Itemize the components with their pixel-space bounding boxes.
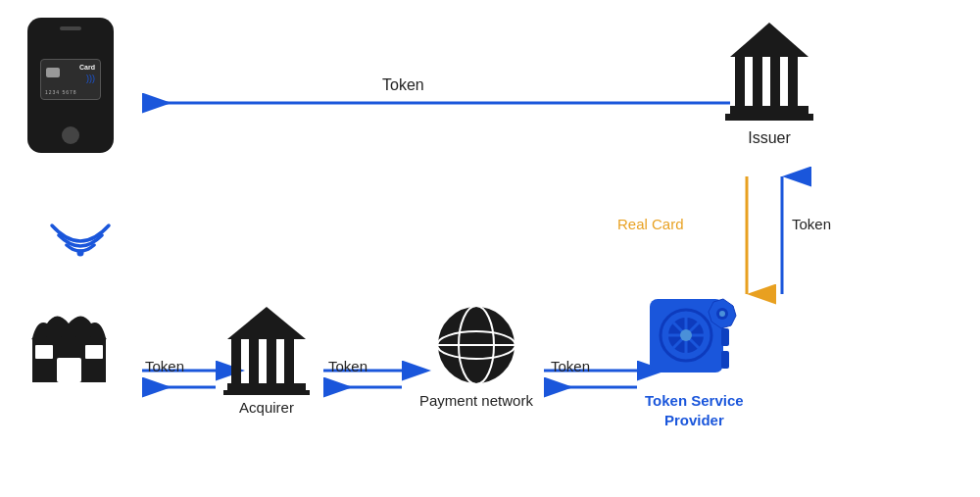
nfc-signal-icon	[47, 206, 114, 267]
store-icon	[27, 304, 111, 387]
smartphone-container: Card ))) 1234 5678	[27, 18, 114, 153]
token-right-label: Token	[792, 216, 831, 232]
smartphone-icon: Card ))) 1234 5678	[27, 18, 114, 153]
svg-rect-17	[735, 57, 745, 106]
store-container	[27, 304, 111, 387]
payment-network-label: Payment network	[419, 392, 533, 409]
svg-rect-25	[35, 345, 53, 359]
card-word-label: Card	[79, 64, 95, 71]
token-store-label: Token	[145, 358, 184, 374]
tsp-container: Token Service Provider	[645, 294, 744, 429]
diagram: Card ))) 1234 5678	[0, 0, 980, 497]
issuer-bank-icon	[725, 18, 813, 125]
real-card-label: Real Card	[617, 216, 684, 232]
globe-icon	[433, 302, 519, 388]
arrows-layer	[0, 0, 980, 497]
card-icon: Card ))) 1234 5678	[40, 59, 101, 100]
token-tsp-label: Token	[551, 358, 590, 374]
acquirer-bank-icon	[223, 302, 310, 395]
svg-point-46	[680, 329, 692, 341]
svg-rect-32	[227, 383, 306, 390]
acquirer-label: Acquirer	[239, 399, 294, 416]
token-acquirer-label: Token	[328, 358, 368, 374]
card-number-label: 1234 5678	[45, 89, 77, 95]
svg-rect-24	[57, 358, 81, 382]
issuer-container: Issuer	[725, 18, 813, 147]
svg-rect-28	[231, 339, 241, 383]
svg-marker-27	[227, 307, 306, 339]
svg-rect-50	[721, 328, 729, 346]
svg-rect-30	[267, 339, 276, 383]
svg-rect-33	[223, 390, 310, 395]
svg-rect-22	[725, 114, 813, 121]
svg-rect-20	[788, 57, 798, 106]
svg-rect-21	[730, 106, 808, 114]
svg-rect-18	[753, 57, 762, 106]
svg-point-49	[719, 311, 725, 317]
svg-marker-16	[730, 23, 808, 57]
payment-network-container: Payment network	[419, 302, 533, 409]
acquirer-container: Acquirer	[223, 302, 310, 416]
token-top-label: Token	[382, 76, 424, 94]
svg-rect-26	[85, 345, 103, 359]
issuer-label: Issuer	[748, 129, 791, 147]
svg-rect-31	[284, 339, 294, 383]
svg-rect-51	[721, 351, 729, 369]
svg-point-15	[77, 250, 84, 257]
svg-rect-29	[249, 339, 259, 383]
vault-icon	[645, 294, 743, 387]
tsp-label: Token Service Provider	[645, 391, 744, 429]
svg-rect-19	[770, 57, 780, 106]
